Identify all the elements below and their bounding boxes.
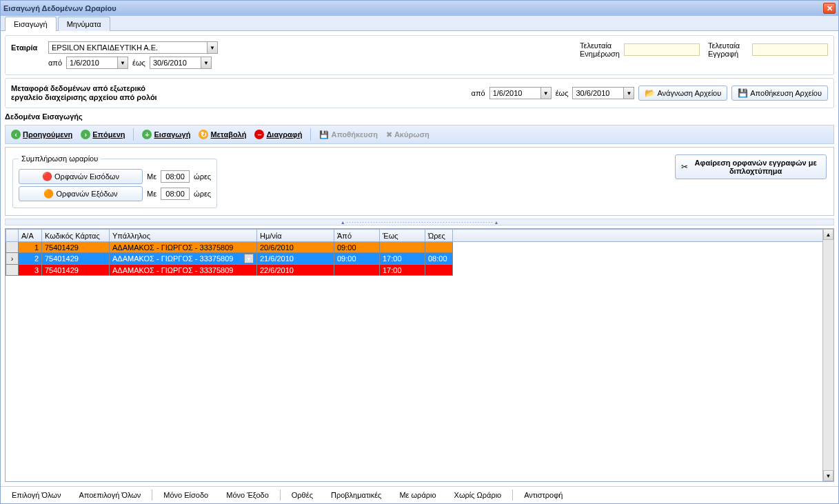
next-button[interactable]: ›Επόμενη: [81, 130, 125, 139]
table-row[interactable]: 375401429ΑΔΑΜΑΚΟΣ - ΓΙΩΡΓΟΣ - 3337580922…: [6, 265, 823, 276]
only-in-button[interactable]: Μόνο Είσοδο: [156, 490, 215, 501]
titlebar: Εισαγωγή Δεδομένων Ωραρίου ✕: [1, 1, 838, 16]
cell-aa[interactable]: 3: [19, 265, 42, 276]
cell-hrs[interactable]: [425, 242, 453, 253]
hours-label-2: ώρες: [194, 190, 211, 198]
cell-aa[interactable]: 1: [19, 242, 42, 253]
with-schedule-button[interactable]: Με ωράριο: [392, 490, 443, 501]
col-hrs[interactable]: Ώρες: [425, 230, 453, 242]
reverse-button[interactable]: Αντιστροφή: [517, 490, 569, 501]
out-hours-input[interactable]: [161, 188, 190, 200]
correct-button[interactable]: Ορθές: [285, 490, 320, 501]
company-value[interactable]: [48, 41, 207, 54]
cell-emp[interactable]: ΑΔΑΜΑΚΟΣ - ΓΙΩΡΓΟΣ - 33375809: [110, 265, 257, 276]
save-button: 💾Αποθήκευση: [319, 130, 377, 139]
scroll-up-icon[interactable]: ▲: [823, 229, 833, 240]
cell-date[interactable]: 21/6/2010: [257, 253, 334, 265]
problematic-button[interactable]: Προβληματικές: [324, 490, 388, 501]
bottom-toolbar: Επιλογή Όλων Αποεπιλογή Όλων Μόνο Είσοδο…: [1, 486, 838, 503]
hours-label-1: ώρες: [194, 172, 211, 181]
cell-to[interactable]: [380, 242, 425, 253]
orphan-out-button[interactable]: 🟠 Ορφανών Εξόδων: [19, 186, 143, 201]
table-row[interactable]: ›275401429ΑΔΑΜΑΚΟΣ - ΓΙΩΡΓΟΣ - 33375809▼…: [6, 253, 823, 265]
cell-date[interactable]: 22/6/2010: [257, 265, 334, 276]
chevron-down-icon[interactable]: ▼: [201, 57, 212, 69]
cell-from[interactable]: [334, 265, 380, 276]
scissors-icon: ✂: [681, 162, 688, 172]
company-to-date[interactable]: ▼: [150, 57, 212, 69]
company-label: Εταιρία: [11, 43, 44, 52]
with-label-1: Με: [147, 172, 156, 181]
last-update-value: [624, 43, 700, 56]
chevron-down-icon[interactable]: ▼: [207, 41, 218, 54]
section-title: Δεδομένα Εισαγωγής: [5, 111, 834, 122]
cell-aa[interactable]: 2: [19, 253, 42, 265]
select-all-button[interactable]: Επιλογή Όλων: [5, 490, 68, 501]
import-text-2: εργαλείο διαχείρισης αρχείου από ρολόι: [11, 93, 157, 102]
cell-card[interactable]: 75401429: [42, 253, 110, 265]
record-toolbar: ‹Προηγούμενη ›Επόμενη +Εισαγωγή ↻Μεταβολ…: [5, 125, 834, 144]
cell-to[interactable]: 17:00: [380, 265, 425, 276]
grid-header-row: Α/Α Κωδικός Κάρτας Υπάλληλος Ημ/νία Άπό …: [6, 230, 823, 242]
col-emp[interactable]: Υπάλληλος: [110, 230, 257, 242]
save-file-button[interactable]: 💾 Αποθήκευση Αρχείου: [731, 85, 828, 101]
cell-card[interactable]: 75401429: [42, 242, 110, 253]
deselect-all-button[interactable]: Αποεπιλογή Όλων: [72, 490, 148, 501]
col-to[interactable]: Έως: [380, 230, 425, 242]
chevron-down-icon[interactable]: ▼: [623, 87, 634, 99]
chevron-down-icon[interactable]: ▼: [244, 254, 254, 263]
tab-import[interactable]: Εισαγωγή: [5, 17, 57, 31]
only-out-button[interactable]: Μόνο Έξοδο: [219, 490, 276, 501]
cell-to[interactable]: 17:00: [380, 253, 425, 265]
row-pointer: [6, 242, 19, 253]
chevron-down-icon[interactable]: ▼: [540, 87, 552, 99]
grid-table: Α/Α Κωδικός Κάρτας Υπάλληλος Ημ/νία Άπό …: [6, 229, 822, 276]
col-date[interactable]: Ημ/νία: [257, 230, 334, 242]
delete-button[interactable]: –Διαγραφή: [254, 130, 302, 139]
cell-date[interactable]: 20/6/2010: [257, 242, 334, 253]
row-pointer: [6, 265, 19, 276]
col-aa[interactable]: Α/Α: [19, 230, 42, 242]
cancel-button: ✖Ακύρωση: [386, 130, 429, 139]
cell-emp[interactable]: ΑΔΑΜΑΚΟΣ - ΓΙΩΡΓΟΣ - 33375809: [110, 242, 257, 253]
import-from-date[interactable]: ▼: [489, 87, 552, 99]
import-from-label: από: [472, 89, 485, 97]
close-button[interactable]: ✕: [823, 3, 836, 14]
remove-orphans-button[interactable]: ✂ Αφαίρεση ορφανών εγγραφών με διπλοχτύπ…: [675, 154, 827, 179]
without-schedule-button[interactable]: Χωρίς Ωράριο: [447, 490, 509, 501]
scroll-down-icon[interactable]: ▼: [823, 470, 833, 481]
col-card[interactable]: Κωδικός Κάρτας: [42, 230, 110, 242]
with-label-2: Με: [147, 190, 156, 198]
fill-schedule-group: Συμπλήρωση ωραρίου 🔴 Ορφανών Εισόδων Με …: [12, 154, 217, 208]
company-select[interactable]: ▼: [48, 41, 218, 54]
row-pointer: ›: [6, 253, 19, 265]
tab-messages[interactable]: Μηνύματα: [58, 17, 110, 31]
from-label: από: [48, 59, 62, 67]
orphan-in-button[interactable]: 🔴 Ορφανών Εισόδων: [19, 169, 143, 184]
prev-button[interactable]: ‹Προηγούμενη: [11, 130, 72, 139]
vertical-scrollbar[interactable]: ▲ ▼: [822, 229, 833, 481]
cancel-icon: ✖: [386, 130, 392, 139]
company-panel: Εταιρία ▼ από ▼ έως ▼: [5, 35, 834, 75]
import-to-date[interactable]: ▼: [572, 87, 634, 99]
cell-from[interactable]: 09:00: [334, 242, 380, 253]
in-hours-input[interactable]: [161, 170, 190, 183]
table-row[interactable]: 175401429ΑΔΑΜΑΚΟΣ - ΓΙΩΡΓΟΣ - 3337580920…: [6, 242, 823, 253]
company-from-date[interactable]: ▼: [66, 57, 128, 69]
save-icon: 💾: [319, 130, 329, 139]
row-pointer-header: [6, 230, 19, 242]
chevron-down-icon[interactable]: ▼: [117, 57, 128, 69]
save-icon: 💾: [738, 88, 747, 98]
splitter[interactable]: ▲ · · · · · · · · · · · · · · · · · · · …: [5, 219, 834, 225]
cell-hrs[interactable]: [425, 265, 453, 276]
cell-hrs[interactable]: 08:00: [425, 253, 453, 265]
modify-button[interactable]: ↻Μεταβολή: [199, 130, 246, 139]
import-to-label: έως: [556, 89, 569, 97]
cell-emp[interactable]: ΑΔΑΜΑΚΟΣ - ΓΙΩΡΓΟΣ - 33375809▼: [110, 253, 257, 265]
read-file-button[interactable]: 📂 Ανάγνωση Αρχείου: [638, 85, 727, 101]
grid: Α/Α Κωδικός Κάρτας Υπάλληλος Ημ/νία Άπό …: [5, 228, 834, 482]
col-from[interactable]: Άπό: [334, 230, 380, 242]
cell-from[interactable]: 09:00: [334, 253, 380, 265]
insert-button[interactable]: +Εισαγωγή: [142, 130, 190, 139]
cell-card[interactable]: 75401429: [42, 265, 110, 276]
